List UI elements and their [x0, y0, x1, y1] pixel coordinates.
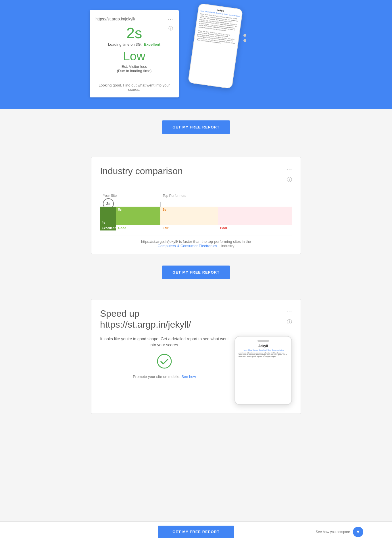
- nav-gem: Gem: [224, 13, 228, 16]
- bottom-cta-button[interactable]: GET MY FREE REPORT: [158, 526, 234, 538]
- phone-mockup-1: Jekyll Home Blog Source Download Gem Doc…: [188, 3, 243, 89]
- nav-blog: Blog: [205, 11, 209, 13]
- top-performers-label: Top Performers: [163, 194, 186, 198]
- phone-text-2: Lorem ipsum dolor sit amet, consectetur …: [238, 352, 289, 358]
- nav2-docs: Documentation: [272, 349, 284, 351]
- phone-screen-1: Jekyll Home Blog Source Download Gem Doc…: [189, 4, 243, 88]
- section2-icons: ⋯ ⓘ: [286, 166, 292, 183]
- white-section: GET MY FREE REPORT Industry comparison ⋯…: [0, 109, 392, 454]
- cta-wrapper-2: GET MY FREE REPORT: [6, 266, 386, 279]
- cta-button-1[interactable]: GET MY FREE REPORT: [162, 120, 230, 134]
- see-how-link[interactable]: See how: [181, 374, 196, 379]
- bottom-bar: GET MY FREE REPORT See how you compare ▼: [0, 521, 392, 542]
- nav-source: Source: [209, 11, 215, 14]
- dot-2[interactable]: [243, 34, 246, 37]
- phone-title-2: Jekyll: [238, 344, 289, 348]
- your-site-label: Your Site: [103, 194, 117, 198]
- cta-button-2[interactable]: GET MY FREE REPORT: [162, 266, 230, 279]
- top-container: https://st.argp.in/jekyll/ ⋯ 2s ⓘ Loadin…: [67, 6, 325, 97]
- speed-up-title-line1: Speed up: [100, 308, 191, 319]
- speed-5s: 5s: [118, 208, 122, 211]
- good-shape-text: It looks like you're in good shape. Get …: [100, 336, 229, 348]
- see-how-compare-text: See how you compare: [316, 530, 350, 534]
- share-icon-1[interactable]: ⋯: [168, 16, 173, 22]
- svg-point-0: [157, 354, 171, 368]
- visitor-loss: Low: [95, 49, 173, 63]
- phone-notch: [258, 340, 269, 342]
- section2-title: Industry comparison: [100, 166, 183, 176]
- zone-labels: Excellent Good Fair Poor: [100, 225, 292, 230]
- speed-8s: 8s: [163, 208, 166, 211]
- speed-card: https://st.argp.in/jekyll/ ⋯ 2s ⓘ Loadin…: [90, 10, 179, 97]
- speed-4s: 4s: [102, 221, 105, 224]
- check-svg: [157, 354, 172, 369]
- check-icon: [100, 354, 229, 372]
- speed-up-title-line2: https://st.argp.in/jekyll/: [100, 319, 191, 330]
- nav-download: Download: [216, 12, 223, 15]
- chart-area: Your Site 2s Top Performers 4s 5s 8s: [100, 189, 292, 230]
- chart-relative: Your Site 2s Top Performers 4s 5s 8s: [100, 194, 292, 225]
- cta-wrapper-1: GET MY FREE REPORT: [6, 120, 386, 134]
- looking-good-text: Looking good. Find out what went into yo…: [95, 79, 173, 92]
- share-icon-2[interactable]: ⋯: [286, 166, 292, 173]
- share-icon-3[interactable]: ⋯: [286, 308, 292, 315]
- phone-mockup-2: Jekyll Home Blog Source Download Gem Doc…: [235, 336, 292, 405]
- see-how-compare-wrapper: See how you compare ▼: [316, 527, 363, 537]
- zone-poor: Poor: [218, 225, 292, 230]
- bar-fair: 8s: [160, 207, 218, 225]
- phone-text-1: Lorem ipsum dolor sit amet, consectetur …: [197, 13, 239, 46]
- bar-excellent: 4s: [100, 207, 116, 225]
- section3-header: Speed up https://st.argp.in/jekyll/ ⋯ ⓘ: [100, 308, 292, 330]
- speed-bars: 4s 5s 8s: [100, 207, 292, 225]
- dots-nav: [243, 29, 246, 42]
- top-section: https://st.argp.in/jekyll/ ⋯ 2s ⓘ Loadin…: [0, 0, 392, 109]
- nav-home: Home: [200, 10, 205, 12]
- url-text: https://st.argp.in/jekyll/: [95, 17, 135, 21]
- industry-note-suffix: ~ industry: [218, 244, 235, 248]
- nav2-source: Source: [253, 349, 258, 351]
- industry-comparison-section: Industry comparison ⋯ ⓘ Your Site 2s Top…: [91, 157, 301, 254]
- section3-content: It looks like you're in good shape. Get …: [100, 336, 292, 405]
- section3-icons: ⋯ ⓘ: [286, 308, 292, 325]
- page-content: https://st.argp.in/jekyll/ ⋯ 2s ⓘ Loadin…: [0, 0, 392, 454]
- promote-label: Promote your site on mobile.: [133, 374, 180, 379]
- loading-rating: Excellent: [144, 42, 160, 47]
- section2-header: Industry comparison ⋯ ⓘ: [100, 166, 292, 183]
- bar-poor: [218, 207, 292, 225]
- nav2-home: Home: [243, 349, 247, 351]
- chevron-button[interactable]: ▼: [353, 527, 363, 537]
- dot-1[interactable]: [243, 29, 246, 32]
- section3-right: Jekyll Home Blog Source Download Gem Doc…: [235, 336, 292, 405]
- nav2-blog: Blog: [248, 349, 252, 351]
- nav2-download: Download: [259, 349, 267, 351]
- est-visitor-label: Est. Visitor loss (Due to loading time): [95, 64, 173, 73]
- url-bar: https://st.argp.in/jekyll/ ⋯: [95, 16, 173, 22]
- industry-note: https://st.argp.in/jekyll/ is faster tha…: [100, 235, 292, 248]
- dot-3[interactable]: [243, 39, 246, 42]
- promote-text: Promote your site on mobile. See how: [100, 374, 229, 379]
- zone-excellent: Excellent: [100, 225, 116, 230]
- industry-link[interactable]: Computers & Consumer Electronics: [158, 244, 217, 248]
- info-icon-1[interactable]: ⓘ: [168, 26, 173, 32]
- zone-good: Good: [116, 225, 160, 230]
- loading-time: 2s: [95, 26, 173, 41]
- industry-note-prefix: https://st.argp.in/jekyll/ is faster tha…: [141, 239, 251, 244]
- zone-fair: Fair: [160, 225, 218, 230]
- phone-nav-2: Home Blog Source Download Gem Documentat…: [238, 349, 289, 351]
- phone-section-1: Jekyll Home Blog Source Download Gem Doc…: [193, 3, 238, 86]
- bar-good: 5s: [116, 207, 160, 225]
- info-icon-2[interactable]: ⓘ: [287, 176, 292, 183]
- loading-text: Loading time on 3G: Excellent: [95, 42, 173, 47]
- section3-left: It looks like you're in good shape. Get …: [100, 336, 229, 379]
- nav2-gem: Gem: [268, 349, 271, 351]
- speed-up-section: Speed up https://st.argp.in/jekyll/ ⋯ ⓘ …: [91, 299, 301, 414]
- loading-label: Loading time on 3G:: [108, 42, 142, 47]
- speed-up-title-wrapper: Speed up https://st.argp.in/jekyll/: [100, 308, 191, 330]
- info-icon-3[interactable]: ⓘ: [287, 318, 292, 325]
